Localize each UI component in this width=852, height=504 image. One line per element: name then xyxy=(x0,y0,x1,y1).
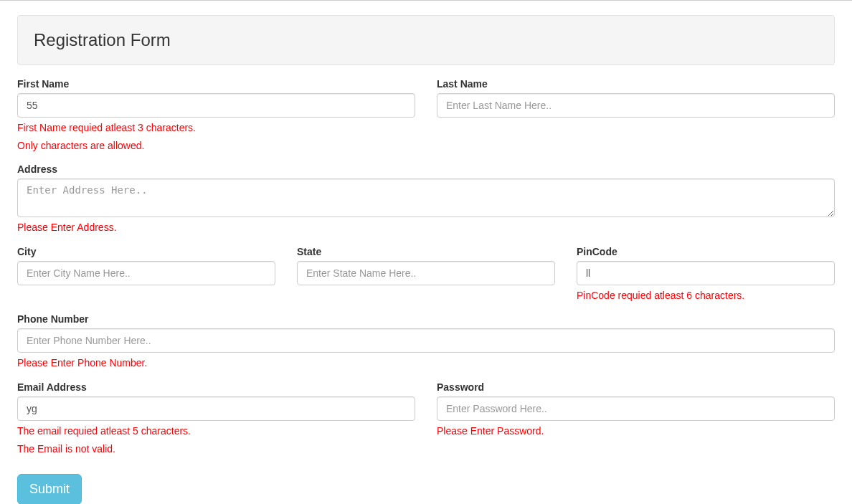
email-error-invalid: The Email is not valid. xyxy=(17,442,415,457)
email-group: Email Address The email requied atleast … xyxy=(17,381,415,456)
page-top-border xyxy=(0,0,852,1)
email-error-minlength: The email requied atleast 5 characters. xyxy=(17,424,415,439)
pincode-input[interactable] xyxy=(577,261,835,285)
address-label: Address xyxy=(17,163,835,175)
phone-input[interactable] xyxy=(17,328,835,353)
phone-label: Phone Number xyxy=(17,313,835,325)
city-label: City xyxy=(17,246,275,257)
submit-button[interactable]: Submit xyxy=(17,474,82,504)
password-error-required: Please Enter Password. xyxy=(437,424,835,439)
email-label: Email Address xyxy=(17,381,415,393)
state-group: State xyxy=(297,246,555,285)
phone-group: Phone Number Please Enter Phone Number. xyxy=(17,313,835,371)
password-input[interactable] xyxy=(437,396,835,421)
password-group: Password Please Enter Password. xyxy=(437,381,835,439)
state-label: State xyxy=(297,246,555,257)
container: Registration Form First Name First Name … xyxy=(0,15,852,504)
first-name-label: First Name xyxy=(17,78,415,90)
first-name-error-pattern: Only characters are allowed. xyxy=(17,139,415,153)
first-name-group: First Name First Name requied atleast 3 … xyxy=(17,78,415,153)
address-group: Address Please Enter Address. xyxy=(17,163,835,235)
pincode-group: PinCode PinCode requied atleast 6 charac… xyxy=(577,246,835,303)
pincode-error-minlength: PinCode requied atleast 6 characters. xyxy=(577,289,835,303)
last-name-group: Last Name xyxy=(437,78,835,118)
page-title: Registration Form xyxy=(34,30,818,50)
first-name-input[interactable] xyxy=(17,93,415,118)
password-label: Password xyxy=(437,381,835,393)
email-input[interactable] xyxy=(17,396,415,421)
phone-error-required: Please Enter Phone Number. xyxy=(17,356,835,371)
last-name-input[interactable] xyxy=(437,93,835,118)
form-header-panel: Registration Form xyxy=(17,15,835,65)
address-error-required: Please Enter Address. xyxy=(17,221,835,235)
first-name-error-minlength: First Name requied atleast 3 characters. xyxy=(17,121,415,135)
pincode-label: PinCode xyxy=(577,246,835,257)
city-input[interactable] xyxy=(17,261,275,285)
address-input[interactable] xyxy=(17,179,835,217)
last-name-label: Last Name xyxy=(437,78,835,90)
city-group: City xyxy=(17,246,275,285)
state-input[interactable] xyxy=(297,261,555,285)
